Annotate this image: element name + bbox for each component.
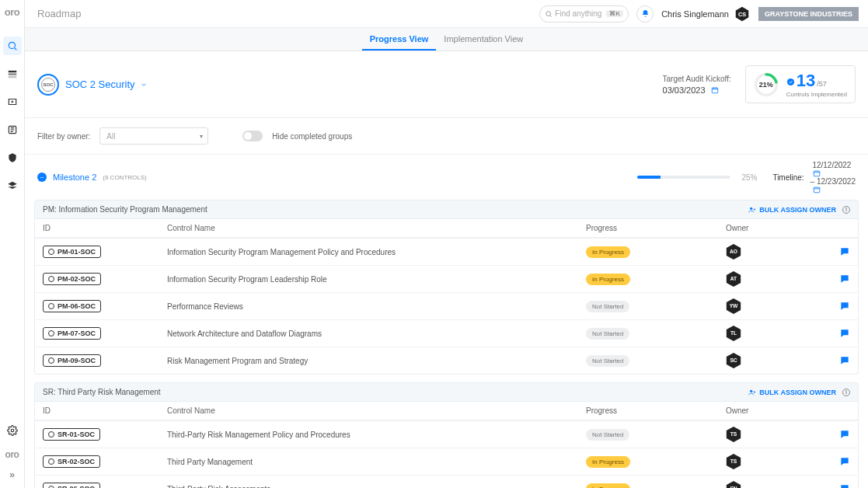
comment-icon[interactable] [839,355,850,366]
status-badge: In Progress [586,483,630,489]
comment-icon[interactable] [839,456,850,467]
tab-progress-view[interactable]: Progress View [362,34,437,51]
owner-avatar[interactable]: YW [726,298,741,315]
control-name[interactable]: Risk Management Program and Strategy [167,357,586,365]
tab-implementation-view[interactable]: Implementation View [436,34,531,51]
control-name[interactable]: Information Security Program Leadership … [167,275,586,284]
table-row: PM-02-SOC Information Security Program L… [35,265,858,292]
notifications-icon[interactable] [636,5,654,23]
svg-point-6 [546,11,551,16]
table-row: PM-09-SOC Risk Management Program and St… [35,347,858,374]
control-id-tag[interactable]: SR-01-SOC [43,428,100,441]
col-progress: Progress [586,224,726,232]
table-row: SR-01-SOC Third-Party Risk Management Po… [35,420,858,448]
milestone-2-collapse-icon[interactable]: − [37,173,47,182]
svg-point-5 [11,429,14,432]
comment-icon[interactable] [839,301,850,312]
control-id-tag[interactable]: PM-01-SOC [43,246,101,258]
search-input[interactable]: Find anything ⌘K [539,5,629,23]
calendar-icon[interactable] [813,186,821,193]
owner-avatar[interactable]: TL [726,325,741,342]
framework-badge-icon: SOC [37,74,59,96]
settings-icon[interactable] [3,421,22,440]
svg-point-15 [750,207,752,209]
table-row: SR-02-SOC Third Party Management In Prog… [35,448,858,475]
control-name[interactable]: Third Party Management [167,458,586,466]
bulk-assign-owner-button[interactable]: BULK ASSIGN OWNER i [748,389,850,396]
control-id-tag[interactable]: PM-07-SOC [43,327,101,340]
control-name[interactable]: Third-Party Risk Assessments [167,485,586,489]
hide-completed-label: Hide completed groups [272,132,352,141]
owner-avatar[interactable]: TS [726,426,741,443]
owner-avatar[interactable]: SN [726,480,741,488]
control-name[interactable]: Performance Reviews [167,302,586,311]
svg-text:TS: TS [730,459,737,465]
nav-training-icon[interactable] [3,176,22,195]
control-id-tag[interactable]: SR-06-SOC [43,483,100,488]
user-name[interactable]: Chris Singlemann [661,9,729,19]
nav-tasks-icon[interactable] [3,120,22,139]
sidebar: oro oro » [0,0,25,488]
milestone-2-end: 12/23/2022 [817,177,856,186]
owner-avatar[interactable]: TS [726,453,741,470]
milestone-2-pct: 25% [741,173,757,182]
info-icon[interactable]: i [842,389,850,396]
status-badge: In Progress [586,274,630,285]
user-avatar[interactable]: CS [734,5,751,23]
collapse-sidebar-icon[interactable]: » [9,469,15,480]
owner-avatar[interactable]: AT [726,270,741,288]
group-pm-header: PM: Information Security Program Managem… [34,200,859,219]
control-name[interactable]: Network Architecture and Dataflow Diagra… [167,329,586,338]
hide-completed-toggle[interactable] [242,131,263,141]
framework-header: SOC SOC 2 Security Target Audit Kickoff:… [25,51,868,118]
control-id-tag[interactable]: PM-02-SOC [43,273,101,285]
info-icon[interactable]: i [842,206,850,214]
milestone-2-progress-bar [637,176,730,179]
stats-box: 21% 13 /57 Controls Implemented [745,65,856,103]
table-row: PM-06-SOC Performance Reviews Not Starte… [35,292,858,319]
control-id-tag[interactable]: SR-02-SOC [43,455,100,468]
table-row: PM-07-SOC Network Architecture and Dataf… [35,319,858,347]
status-badge: Not Started [586,355,629,367]
control-id-tag[interactable]: PM-09-SOC [43,354,101,367]
milestone-2-name[interactable]: Milestone 2 [53,173,96,182]
status-badge: In Progress [586,246,630,258]
search-kbd: ⌘K [606,10,623,17]
table-row: PM-01-SOC Information Security Program M… [35,238,858,265]
table-row: SR-06-SOC Third-Party Risk Assessments I… [35,475,858,488]
col-id: ID [43,224,167,232]
col-progress: Progress [586,406,726,415]
controls-implemented-label: Controls Implemented [786,91,847,98]
company-tag: GRAYSTONE INDUSTRIES [758,7,859,21]
nav-policies-icon[interactable] [3,148,22,167]
status-badge: Not Started [586,429,629,441]
brand-logo-bottom: oro [5,449,19,460]
svg-text:TS: TS [730,432,737,437]
comment-icon[interactable] [839,274,850,284]
filter-row: Filter by owner: All Hide completed grou… [25,118,868,155]
nav-frameworks-icon[interactable] [3,64,22,83]
col-name: Control Name [167,406,586,415]
comment-icon[interactable] [839,246,850,257]
nav-roadmap-icon[interactable] [3,37,22,55]
owner-avatar[interactable]: SC [726,352,741,369]
svg-text:AO: AO [730,249,737,255]
comment-icon[interactable] [839,483,850,488]
filter-owner-select[interactable]: All [99,127,208,145]
comment-icon[interactable] [839,429,850,440]
svg-rect-9 [712,88,718,93]
filter-owner-value: All [106,132,115,141]
status-badge: In Progress [586,456,630,468]
bulk-assign-owner-button[interactable]: BULK ASSIGN OWNER i [748,206,850,214]
owner-avatar[interactable]: AO [726,243,741,260]
chevron-down-icon [140,81,148,89]
control-name[interactable]: Information Security Program Management … [167,248,586,256]
calendar-icon[interactable] [711,86,719,94]
nav-controls-icon[interactable] [3,92,22,111]
comment-icon[interactable] [839,328,850,339]
control-name[interactable]: Third-Party Risk Management Policy and P… [167,430,586,439]
status-badge: Not Started [586,301,629,312]
calendar-icon[interactable] [813,169,821,177]
control-id-tag[interactable]: PM-06-SOC [43,300,101,312]
framework-selector[interactable]: SOC 2 Security [65,78,148,90]
